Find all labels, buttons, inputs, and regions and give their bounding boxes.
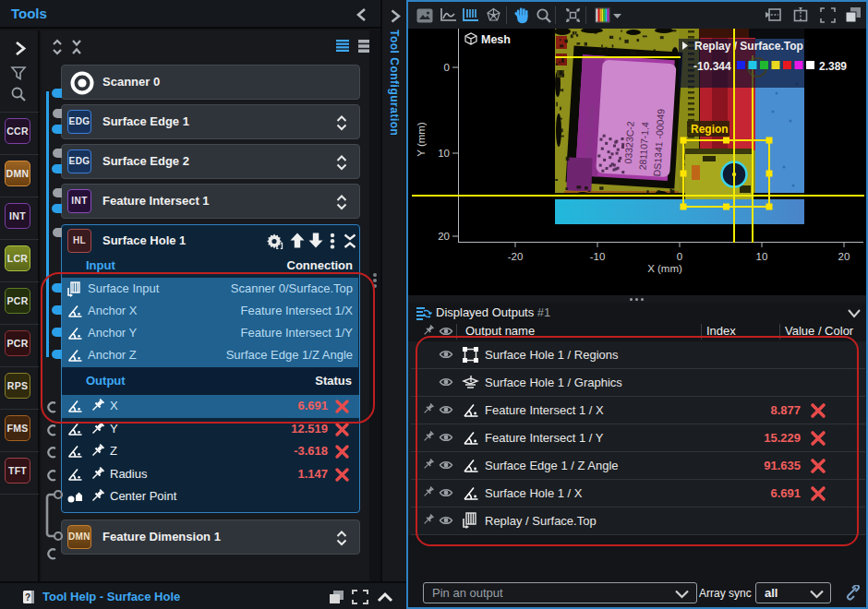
svg-text:2.389: 2.389 xyxy=(819,60,847,73)
svg-text:20: 20 xyxy=(438,231,450,242)
svg-text:Region: Region xyxy=(691,123,729,136)
svg-text:Mesh: Mesh xyxy=(481,33,511,46)
svg-text:0: 0 xyxy=(444,62,450,73)
svg-text:-10.344: -10.344 xyxy=(693,60,731,73)
svg-text:-20: -20 xyxy=(508,251,524,262)
svg-text:20: 20 xyxy=(838,251,850,262)
svg-text:0: 0 xyxy=(677,251,682,262)
svg-text:10: 10 xyxy=(438,148,450,159)
svg-text:X (mm): X (mm) xyxy=(647,263,682,274)
svg-text:10: 10 xyxy=(756,251,768,262)
svg-text:Replay / Surface.Top: Replay / Surface.Top xyxy=(694,40,803,53)
svg-text:Y (mm): Y (mm) xyxy=(416,122,427,157)
svg-text:-10: -10 xyxy=(590,251,606,262)
svg-text:?: ? xyxy=(25,592,30,603)
